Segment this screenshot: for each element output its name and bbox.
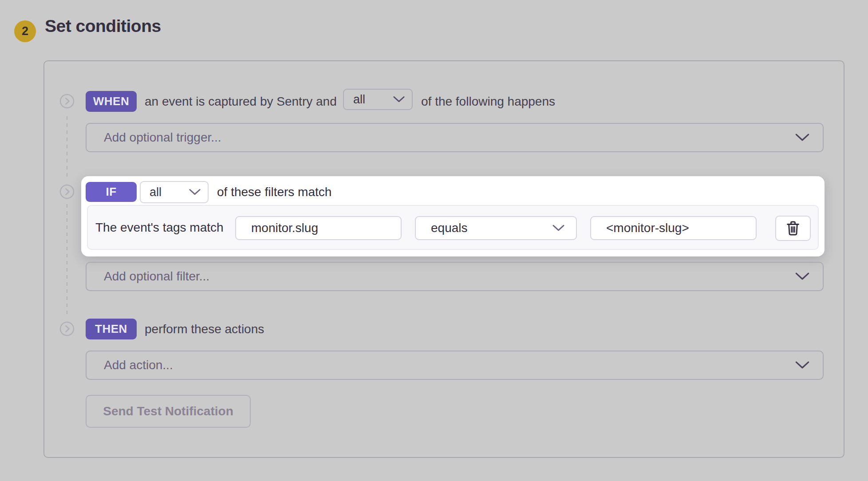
then-badge: THEN bbox=[86, 319, 137, 339]
then-text-after: perform these actions bbox=[145, 319, 264, 339]
filter-value-input[interactable] bbox=[590, 216, 757, 240]
filter-condition-label: The event's tags match bbox=[95, 205, 224, 250]
trash-icon bbox=[786, 221, 800, 236]
if-match-select-value: all bbox=[150, 185, 162, 199]
chevron-right-circle-icon bbox=[59, 94, 75, 109]
if-match-select[interactable]: all bbox=[140, 181, 209, 203]
step-number-badge: 2 bbox=[14, 20, 36, 42]
chevron-down-icon bbox=[189, 189, 201, 196]
filter-match-select-value: equals bbox=[431, 221, 468, 235]
step-connector-line bbox=[67, 204, 67, 317]
when-match-select[interactable]: all bbox=[343, 89, 413, 110]
when-text-after: of the following happens bbox=[421, 91, 555, 112]
filter-match-select[interactable]: equals bbox=[415, 216, 577, 240]
add-filter-select[interactable]: Add optional filter... bbox=[86, 262, 824, 291]
filter-key-input[interactable] bbox=[235, 216, 402, 240]
add-trigger-placeholder: Add optional trigger... bbox=[104, 130, 221, 145]
page-title: Set conditions bbox=[45, 16, 161, 36]
add-action-select[interactable]: Add action... bbox=[86, 351, 824, 380]
add-action-placeholder: Add action... bbox=[104, 358, 173, 372]
when-match-select-value: all bbox=[353, 93, 365, 106]
delete-filter-button[interactable] bbox=[775, 216, 811, 241]
add-filter-placeholder: Add optional filter... bbox=[104, 269, 209, 284]
set-conditions-page: 2 Set conditions WHEN an event is captur… bbox=[0, 0, 868, 481]
chevron-right-circle-icon bbox=[59, 321, 75, 336]
chevron-down-icon bbox=[795, 361, 809, 370]
chevron-down-icon bbox=[393, 96, 405, 103]
if-text-after: of these filters match bbox=[217, 181, 331, 203]
chevron-down-icon bbox=[552, 225, 564, 232]
step-connector-line bbox=[67, 116, 67, 179]
when-text-before: an event is captured by Sentry and bbox=[145, 91, 337, 112]
add-trigger-select[interactable]: Add optional trigger... bbox=[86, 123, 824, 152]
send-test-notification-button[interactable]: Send Test Notification bbox=[86, 395, 251, 428]
when-badge: WHEN bbox=[86, 91, 137, 112]
chevron-down-icon bbox=[795, 272, 809, 281]
if-badge: IF bbox=[86, 182, 137, 202]
chevron-right-circle-icon bbox=[59, 184, 75, 199]
chevron-down-icon bbox=[795, 134, 809, 142]
